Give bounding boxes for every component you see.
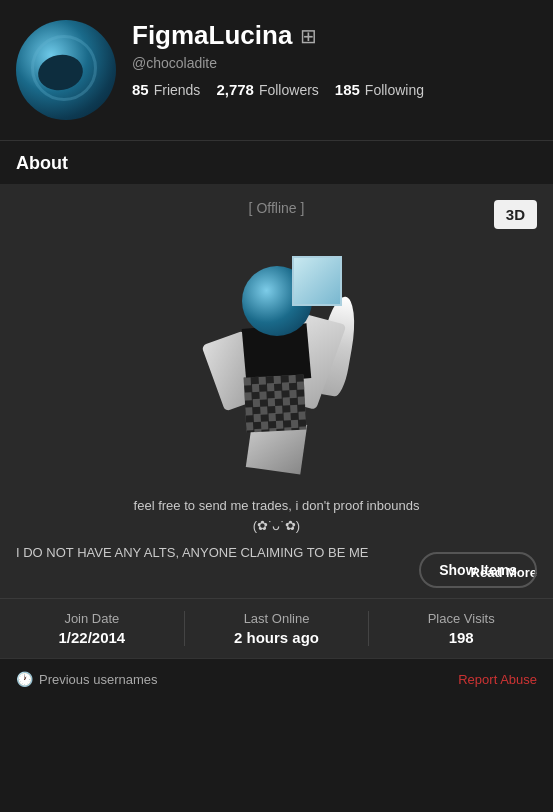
join-date-label: Join Date: [0, 611, 184, 626]
char-lower: [243, 374, 306, 432]
char-cube-blue: [292, 256, 342, 306]
prev-usernames-label: Previous usernames: [39, 672, 158, 687]
friends-stat: 85 Friends: [132, 81, 200, 98]
join-date-block: Join Date 1/22/2014: [0, 611, 185, 646]
avatar-container: [16, 20, 116, 120]
avatar: [16, 20, 116, 120]
friends-label: Friends: [154, 82, 201, 98]
clock-icon: 🕐: [16, 671, 33, 687]
handle: @chocoladite: [132, 55, 537, 71]
following-stat: 185 Following: [335, 81, 424, 98]
footer-row: 🕐 Previous usernames Report Abuse: [0, 658, 553, 699]
join-date-value: 1/22/2014: [0, 629, 184, 646]
place-visits-value: 198: [369, 629, 553, 646]
following-label: Following: [365, 82, 424, 98]
followers-stat: 2,778 Followers: [216, 81, 318, 98]
previous-usernames-link[interactable]: 🕐 Previous usernames: [16, 671, 158, 687]
about-section-title: About: [0, 141, 553, 184]
place-visits-label: Place Visits: [369, 611, 553, 626]
user-stats-bar: Join Date 1/22/2014 Last Online 2 hours …: [0, 598, 553, 658]
last-online-value: 2 hours ago: [185, 629, 369, 646]
character-area: [16, 226, 537, 486]
profile-header: FigmaLucina ⊞ @chocoladite 85 Friends 2,…: [0, 0, 553, 140]
username: FigmaLucina: [132, 20, 292, 51]
bio-text: feel free to send me trades, i don't pro…: [16, 496, 537, 535]
followers-count: 2,778: [216, 81, 254, 98]
username-row: FigmaLucina ⊞: [132, 20, 537, 51]
bio-line2: (✿˙ᴗ˙✿): [253, 518, 300, 533]
show-items-button[interactable]: Show Items: [419, 552, 537, 588]
profile-info: FigmaLucina ⊞ @chocoladite 85 Friends 2,…: [132, 20, 537, 98]
about-card: 3D [ Offline ] Show Items feel free to s…: [0, 184, 553, 598]
3d-button[interactable]: 3D: [494, 200, 537, 229]
friends-count: 85: [132, 81, 149, 98]
verified-icon: ⊞: [300, 24, 317, 48]
following-count: 185: [335, 81, 360, 98]
bio-line1: feel free to send me trades, i don't pro…: [134, 498, 420, 513]
bio-notice-text: I DO NOT HAVE ANY ALTS, ANYONE CLAIMING …: [16, 545, 369, 560]
place-visits-block: Place Visits 198: [369, 611, 553, 646]
character-body: [197, 236, 357, 476]
offline-status: [ Offline ]: [16, 200, 537, 216]
stats-row: 85 Friends 2,778 Followers 185 Following: [132, 81, 537, 98]
last-online-label: Last Online: [185, 611, 369, 626]
report-abuse-link[interactable]: Report Abuse: [458, 672, 537, 687]
last-online-block: Last Online 2 hours ago: [185, 611, 370, 646]
followers-label: Followers: [259, 82, 319, 98]
